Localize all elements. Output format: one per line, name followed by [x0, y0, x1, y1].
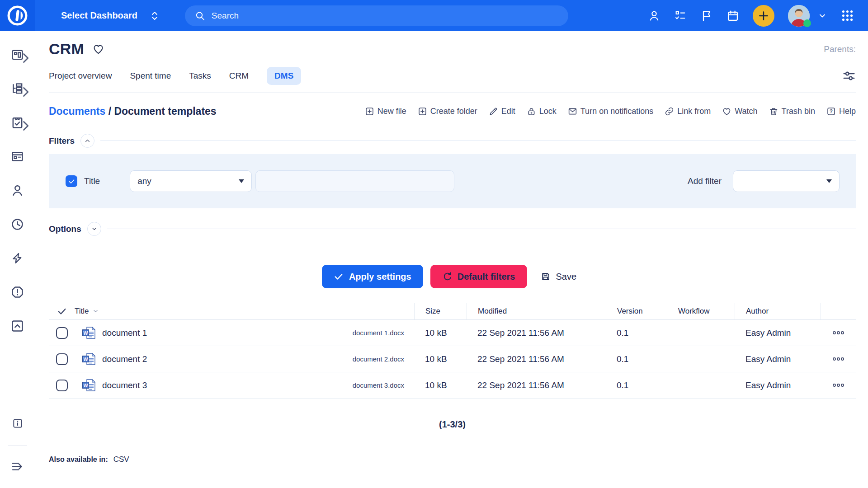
sidebar-item-boards[interactable]: [0, 146, 35, 166]
sidebar-item-users[interactable]: [0, 180, 35, 200]
document-title-link[interactable]: document 1: [102, 328, 147, 338]
document-modified: 22 Sep 2021 11:56 AM: [467, 328, 606, 338]
sidebar-item-upgrade[interactable]: [0, 316, 35, 336]
row-checkbox[interactable]: [56, 380, 68, 391]
column-title[interactable]: Title: [75, 303, 414, 319]
title-filter-checkbox[interactable]: [66, 175, 77, 187]
parents-label: Parents:: [824, 44, 856, 54]
breadcrumb-separator: /: [108, 105, 114, 117]
column-modified[interactable]: Modified: [467, 303, 606, 319]
save-button[interactable]: Save: [534, 265, 583, 288]
sidebar-collapse-toggle[interactable]: [0, 456, 35, 476]
sidebar-item-alerts[interactable]: [0, 282, 35, 302]
app-logo[interactable]: [0, 0, 35, 31]
filters-collapse-toggle[interactable]: [80, 134, 94, 148]
tab-dms[interactable]: DMS: [267, 67, 301, 85]
sidebar-item-projects[interactable]: [0, 79, 35, 99]
add-filter-select[interactable]: [733, 170, 840, 192]
document-filename[interactable]: document 1.docx: [353, 329, 414, 337]
csv-export-link[interactable]: CSV: [113, 455, 129, 464]
row-checkbox[interactable]: [56, 327, 68, 339]
floppy-disk-icon: [541, 272, 551, 282]
title-filter-value-input[interactable]: [255, 170, 454, 192]
global-search[interactable]: [185, 5, 568, 26]
caret-down-icon: [826, 179, 832, 183]
title-filter-label: Title: [84, 176, 100, 186]
plus-icon: [758, 10, 769, 22]
chevron-right-icon: [19, 85, 33, 99]
select-all-header[interactable]: [49, 303, 75, 319]
tab-project-overview[interactable]: Project overview: [49, 67, 112, 85]
document-author: Easy Admin: [735, 328, 821, 338]
options-collapse-toggle[interactable]: [87, 222, 101, 236]
user-avatar[interactable]: [788, 5, 810, 27]
apps-grid-icon[interactable]: [840, 9, 854, 23]
quick-add-button[interactable]: [753, 5, 774, 27]
link-from-button[interactable]: Link from: [665, 107, 711, 116]
breadcrumb-documents-link[interactable]: Documents: [49, 105, 105, 117]
document-title-link[interactable]: document 3: [102, 380, 147, 390]
heart-icon: [722, 107, 731, 116]
search-icon: [195, 10, 205, 21]
expand-sidebar-icon: [10, 460, 24, 474]
sidebar-item-tasks[interactable]: [0, 113, 35, 132]
column-actions: [821, 303, 856, 319]
default-filters-button[interactable]: Default filters: [430, 265, 527, 288]
account-menu-chevron-icon[interactable]: [818, 11, 827, 20]
filters-panel: Title any Add filter: [49, 154, 856, 208]
document-title-link[interactable]: document 2: [102, 354, 147, 364]
lock-button[interactable]: Lock: [527, 107, 557, 116]
apply-settings-button[interactable]: Apply settings: [322, 265, 423, 288]
tab-tasks[interactable]: Tasks: [189, 67, 211, 85]
breadcrumb: Documents / Document templates: [49, 105, 217, 117]
tab-crm[interactable]: CRM: [229, 67, 249, 85]
row-actions-menu-icon[interactable]: [832, 330, 844, 335]
turn-on-notifications-button[interactable]: Turn on notifications: [568, 107, 653, 116]
edit-button[interactable]: Edit: [489, 107, 515, 116]
row-checkbox[interactable]: [56, 353, 68, 365]
sidebar-item-time[interactable]: [0, 214, 35, 234]
flag-icon[interactable]: [700, 9, 713, 22]
title-operator-select[interactable]: any: [130, 170, 252, 192]
document-filename[interactable]: document 2.docx: [353, 355, 414, 363]
help-button[interactable]: Help: [826, 107, 856, 116]
column-size[interactable]: Size: [414, 303, 467, 319]
sidebar-item-quick-actions[interactable]: [0, 248, 35, 268]
table-row: document 1 document 1.docx 10 kB 22 Sep …: [49, 320, 856, 346]
document-size: 10 kB: [414, 380, 467, 390]
table-row: document 3 document 3.docx 10 kB 22 Sep …: [49, 372, 856, 399]
tasks-checklist-icon[interactable]: [674, 9, 687, 22]
favorite-heart-icon[interactable]: [92, 43, 104, 55]
word-document-icon: [82, 379, 95, 391]
select-dashboard-button[interactable]: Select Dashboard: [61, 10, 160, 21]
row-actions-menu-icon[interactable]: [832, 357, 844, 361]
search-input[interactable]: [212, 11, 558, 21]
column-author[interactable]: Author: [735, 303, 821, 319]
calendar-icon[interactable]: [726, 9, 739, 22]
online-status-dot: [803, 19, 811, 27]
project-header: CRM Parents:: [49, 40, 856, 58]
tab-spent-time[interactable]: Spent time: [130, 67, 171, 85]
sidebar-item-info[interactable]: [0, 413, 35, 433]
trash-bin-button[interactable]: Trash bin: [769, 107, 815, 116]
info-icon: [12, 418, 24, 429]
create-folder-button[interactable]: Create folder: [418, 107, 477, 116]
watch-button[interactable]: Watch: [722, 107, 757, 116]
section-divider: [100, 141, 856, 141]
new-file-button[interactable]: New file: [365, 107, 406, 116]
filters-section-header: Filters: [49, 134, 856, 148]
refresh-icon: [442, 272, 452, 282]
profile-icon[interactable]: [648, 9, 660, 22]
breadcrumb-current: Document templates: [114, 105, 216, 117]
column-version[interactable]: Version: [606, 303, 667, 319]
options-section-header: Options: [49, 222, 856, 236]
document-filename[interactable]: document 3.docx: [353, 381, 414, 389]
alert-octagon-icon: [10, 285, 24, 299]
row-actions-menu-icon[interactable]: [832, 383, 844, 388]
column-workflow[interactable]: Workflow: [667, 303, 735, 319]
table-row: document 2 document 2.docx 10 kB 22 Sep …: [49, 346, 856, 372]
page-settings-sliders-icon[interactable]: [842, 69, 856, 83]
trash-icon: [769, 107, 778, 116]
sidebar-item-dashboards[interactable]: [0, 45, 35, 65]
pagination-info: (1-3/3): [49, 419, 856, 430]
